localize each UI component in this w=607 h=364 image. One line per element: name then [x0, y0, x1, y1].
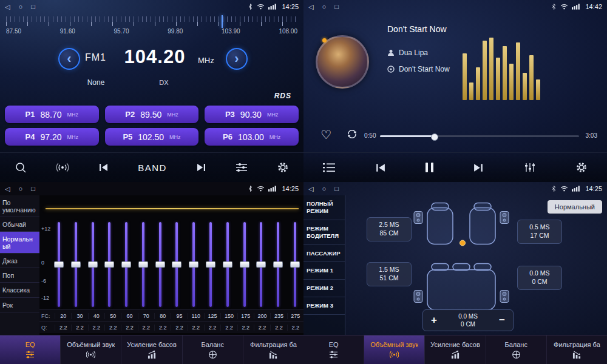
- db-label: +12: [41, 226, 50, 232]
- progress-bar[interactable]: [380, 135, 579, 137]
- db-label: 0: [41, 260, 44, 266]
- surround-mode-item[interactable]: РЕЖИМ 1: [304, 262, 345, 280]
- tune-down-button[interactable]: ‹: [58, 48, 80, 70]
- delay-front-right[interactable]: 0.5 MS 17 CM: [517, 220, 562, 244]
- eq-band-slider[interactable]: [138, 222, 148, 307]
- eq-preset-item[interactable]: По умолчанию: [0, 195, 39, 217]
- eq-band-slider[interactable]: [256, 222, 266, 307]
- preset-button-p1[interactable]: P188.70MHz: [5, 106, 99, 123]
- eq-band-slider[interactable]: [240, 222, 249, 307]
- tab-balance[interactable]: Баланс: [486, 335, 546, 364]
- eq-band-slider[interactable]: [104, 222, 114, 307]
- recents-icon[interactable]: □: [31, 0, 35, 13]
- frequency-ruler[interactable]: [6, 16, 297, 27]
- sound-profile-button[interactable]: Нормальный: [548, 200, 602, 214]
- next-track-icon[interactable]: [194, 161, 209, 174]
- eq-band-slider[interactable]: [189, 222, 198, 307]
- surround-mode-item[interactable]: РЕЖИМ ВОДИТЕЛЯ: [304, 220, 345, 245]
- back-icon[interactable]: ◁: [5, 0, 10, 13]
- eq-preset-item[interactable]: Поп: [0, 268, 39, 283]
- back-icon[interactable]: ◁: [5, 182, 10, 195]
- broadcast-icon[interactable]: [53, 160, 72, 175]
- track-name: Don't Start Now: [399, 65, 450, 73]
- home-icon[interactable]: ○: [18, 182, 22, 195]
- eq-band-slider[interactable]: [121, 222, 131, 307]
- tab-balance[interactable]: Баланс: [182, 335, 243, 364]
- search-icon[interactable]: [12, 159, 29, 176]
- delay-rear-right[interactable]: 0.0 MS 0 CM: [517, 266, 562, 290]
- tune-up-button[interactable]: ›: [226, 48, 248, 70]
- eq-sliders-icon[interactable]: [233, 160, 250, 175]
- progress-knob[interactable]: [431, 133, 438, 141]
- surround-mode-item[interactable]: ПАССАЖИР: [304, 245, 345, 263]
- preset-button-p2[interactable]: P289.50MHz: [105, 106, 199, 123]
- band-button[interactable]: BAND: [135, 160, 169, 175]
- increase-delay-button[interactable]: +: [429, 314, 439, 326]
- delay-rear-left[interactable]: 1.5 MS 51 CM: [367, 262, 412, 286]
- eq-preset-item[interactable]: Нормальный: [0, 232, 39, 254]
- eq-band-slider[interactable]: [88, 222, 98, 307]
- tab-bass-boost[interactable]: Усиление басов: [121, 335, 181, 364]
- decrease-delay-button[interactable]: −: [497, 314, 507, 326]
- eq-band-slider[interactable]: [71, 222, 81, 307]
- status-bar: ◁ ○ □ 14:25: [0, 182, 304, 195]
- mixer-sliders-icon[interactable]: [521, 160, 538, 175]
- home-icon[interactable]: ○: [322, 182, 326, 195]
- quad-display: ◁ ○ □ 14:25 87.5091.6095.7099.80103.9010…: [0, 0, 607, 364]
- spectrum-bar: [536, 79, 540, 100]
- recents-icon[interactable]: □: [31, 182, 35, 195]
- preset-button-p6[interactable]: P6103.00MHz: [205, 128, 299, 146]
- tab-bass-boost[interactable]: Усиление басов: [424, 335, 485, 364]
- tab-filter[interactable]: Фильтрация ба: [546, 335, 607, 364]
- eq-band-slider[interactable]: [206, 222, 215, 307]
- previous-track-icon[interactable]: [372, 161, 388, 175]
- next-track-icon[interactable]: [470, 161, 487, 175]
- repeat-icon[interactable]: [346, 129, 358, 141]
- eq-band-slider[interactable]: [223, 222, 232, 307]
- settings-gear-icon[interactable]: [573, 159, 590, 176]
- surround-mode-item[interactable]: РЕЖИМ 3: [304, 297, 345, 315]
- q-value: 2.2: [154, 325, 171, 331]
- album-art[interactable]: [316, 35, 369, 89]
- wifi-icon: [560, 4, 568, 10]
- eq-band-slider[interactable]: [172, 222, 181, 307]
- tab-surround-sound[interactable]: Объёмный звук: [364, 335, 424, 364]
- settings-gear-icon[interactable]: [274, 159, 291, 176]
- back-icon[interactable]: ◁: [308, 182, 313, 195]
- delay-front-left[interactable]: 2.5 MS 85 CM: [367, 217, 412, 241]
- surround-mode-item[interactable]: ПОЛНЫЙ РЕЖИМ: [304, 195, 345, 220]
- home-icon[interactable]: ○: [322, 0, 326, 13]
- eq-band-slider[interactable]: [273, 222, 283, 307]
- back-icon[interactable]: ◁: [308, 0, 313, 13]
- status-bar: ◁ ○ □ 14:42: [304, 0, 607, 13]
- preset-button-p3[interactable]: P390.30MHz: [205, 106, 299, 123]
- tab-eq[interactable]: EQ: [0, 335, 60, 364]
- tab-surround-sound[interactable]: Объёмный звук: [60, 335, 121, 364]
- tab-eq[interactable]: EQ: [304, 335, 364, 364]
- preset-button-p5[interactable]: P5102.50MHz: [105, 128, 199, 146]
- home-icon[interactable]: ○: [18, 0, 22, 13]
- eq-band-slider[interactable]: [155, 222, 165, 307]
- delay-cm: 85 CM: [380, 229, 399, 238]
- favorite-heart-icon[interactable]: ♡: [320, 127, 331, 142]
- eq-preset-item[interactable]: Рок: [0, 298, 39, 312]
- tab-filter[interactable]: Фильтрация ба: [243, 335, 304, 364]
- playlist-icon[interactable]: [320, 160, 337, 175]
- frequency-unit: MHz: [198, 56, 214, 65]
- recents-icon[interactable]: □: [334, 182, 339, 195]
- eq-preset-item[interactable]: Обычай: [0, 217, 39, 232]
- surround-mode-item[interactable]: РЕЖИМ 2: [304, 280, 345, 297]
- preset-button-p4[interactable]: P497.20MHz: [5, 128, 99, 146]
- eq-band-slider[interactable]: [290, 222, 300, 307]
- fc-value: 95: [171, 313, 187, 319]
- spectrum-bar: [516, 42, 520, 100]
- frequency-scale: 87.5091.6095.7099.80103.90108.00: [6, 28, 297, 35]
- pause-icon[interactable]: [423, 160, 436, 175]
- recents-icon[interactable]: □: [334, 0, 339, 13]
- eq-preset-item[interactable]: Джаз: [0, 254, 39, 268]
- previous-track-icon[interactable]: [95, 161, 111, 174]
- q-value: 2.2: [287, 325, 304, 331]
- status-bar: ◁ ○ □ 14:25: [0, 0, 304, 13]
- eq-preset-item[interactable]: Классика: [0, 283, 39, 297]
- eq-band-slider[interactable]: [54, 222, 64, 307]
